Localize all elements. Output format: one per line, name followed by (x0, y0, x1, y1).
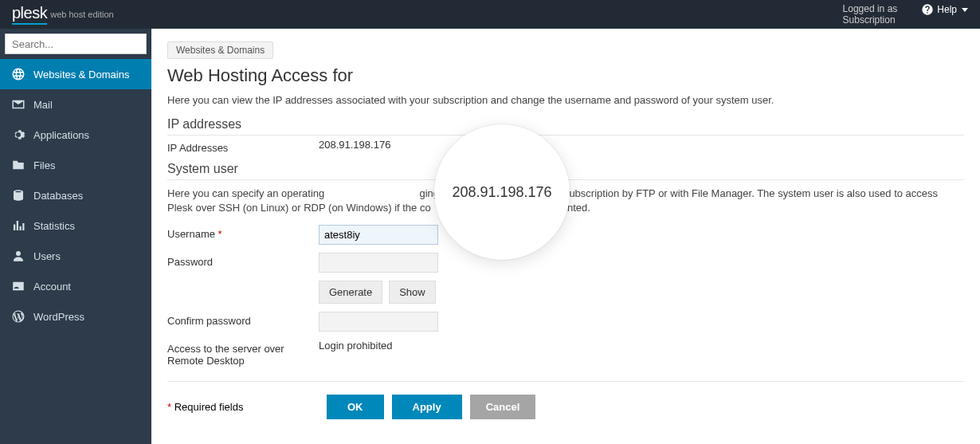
confirm-password-label: Confirm password (167, 312, 319, 327)
sidebar-item-label: Users (33, 250, 61, 262)
rdp-access-value: Login prohibited (319, 340, 393, 352)
wordpress-icon (11, 309, 25, 324)
ip-value: 208.91.198.176 (319, 139, 390, 151)
main-content: Websites & Domains Web Hosting Access fo… (151, 29, 980, 444)
password-label: Password (167, 253, 319, 268)
user-icon (11, 249, 25, 263)
database-icon (11, 188, 25, 202)
sidebar-item-label: Websites & Domains (33, 69, 129, 81)
search-box[interactable] (5, 33, 147, 54)
chevron-down-icon (962, 8, 968, 12)
folder-icon (11, 158, 25, 172)
sidebar-item-files[interactable]: Files (0, 150, 151, 180)
sidebar-item-users[interactable]: Users (0, 241, 151, 271)
sidebar-item-label: Account (33, 281, 71, 293)
topbar-right: Logged in as Subscription Help (843, 3, 968, 26)
sidebar-item-label: Files (33, 159, 55, 171)
generate-button[interactable]: Generate (319, 281, 382, 304)
breadcrumb[interactable]: Websites & Domains (167, 41, 273, 59)
sidebar-nav: Websites & DomainsMailApplicationsFilesD… (0, 59, 151, 332)
brand-logo: plesk (12, 4, 47, 25)
section-ip-heading: IP addresses (167, 117, 964, 136)
username-label: Username * (167, 225, 319, 240)
user-line1: Logged in as (843, 3, 898, 14)
id-icon (11, 279, 25, 293)
sidebar-item-label: Statistics (33, 220, 75, 232)
brand-subtitle: web host edition (50, 10, 114, 19)
sidebar-item-account[interactable]: Account (0, 271, 151, 301)
stats-icon (11, 218, 25, 233)
sidebar-item-statistics[interactable]: Statistics (0, 210, 151, 241)
ip-label: IP Addresses (167, 139, 319, 154)
sidebar-item-applications[interactable]: Applications (0, 120, 151, 150)
user-line2: Subscription (843, 14, 898, 26)
username-input[interactable] (319, 225, 438, 245)
mail-icon (11, 97, 25, 112)
globe-icon (11, 67, 25, 81)
section-sysuser-heading: System user (167, 162, 964, 180)
rdp-access-label: Access to the server over Remote Desktop (167, 340, 319, 367)
sidebar-item-label: Applications (33, 129, 89, 141)
sidebar-item-mail[interactable]: Mail (0, 89, 151, 120)
help-icon (921, 3, 934, 16)
user-info[interactable]: Logged in as Subscription (843, 3, 898, 26)
sidebar-item-label: Databases (33, 190, 83, 202)
gear-icon (11, 128, 25, 142)
help-menu[interactable]: Help (921, 3, 968, 16)
sidebar-item-wordpress[interactable]: WordPress (0, 301, 151, 332)
sysuser-desc: Here you can specify an operating ging f… (167, 187, 964, 215)
sidebar-item-databases[interactable]: Databases (0, 180, 151, 210)
cancel-button[interactable]: Cancel (470, 395, 536, 419)
ok-button[interactable]: OK (327, 395, 384, 419)
topbar: plesk web host edition Logged in as Subs… (0, 0, 980, 29)
show-button[interactable]: Show (389, 281, 436, 304)
sidebar-item-websites-domains[interactable]: Websites & Domains (0, 59, 151, 89)
sidebar-item-label: WordPress (33, 311, 84, 323)
page-intro: Here you can view the IP addresses assoc… (167, 94, 964, 106)
page-title: Web Hosting Access for (167, 65, 964, 86)
apply-button[interactable]: Apply (392, 395, 462, 419)
confirm-password-input[interactable] (319, 312, 438, 332)
search-input[interactable] (12, 38, 146, 50)
sidebar: Websites & DomainsMailApplicationsFilesD… (0, 29, 151, 444)
sidebar-item-label: Mail (33, 99, 53, 111)
required-fields-note: * Required fields (167, 401, 319, 413)
password-input[interactable] (319, 253, 438, 273)
